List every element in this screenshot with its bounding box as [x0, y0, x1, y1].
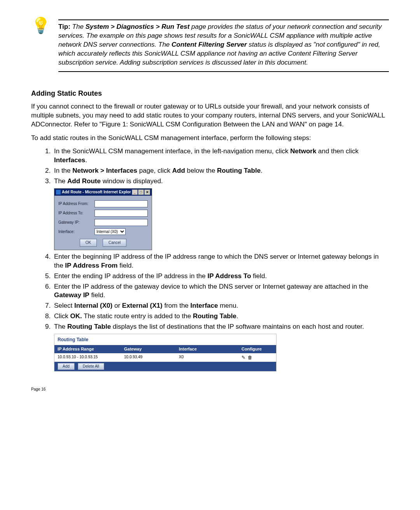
routing-table-footer: Add Delete All [54, 362, 276, 371]
step-9: The Routing Table displays the list of d… [52, 322, 389, 372]
maximize-button[interactable]: □ [138, 189, 144, 195]
step-5: Enter the ending IP address of the IP ad… [52, 272, 389, 281]
dialog-title-text: Add Route - Microsoft Internet Explorer … [62, 189, 131, 195]
steps-list: In the SonicWALL CSM management interfac… [31, 147, 389, 371]
step-4: Enter the beginning IP address of the IP… [52, 252, 389, 270]
gateway-ip-input[interactable] [94, 219, 148, 226]
header-gateway: Gateway [121, 345, 176, 353]
routing-table-title: Routing Table [54, 334, 276, 345]
ip-to-input[interactable] [94, 210, 148, 217]
cell-ip-range: 10.0.93.10 - 10.0.93.15 [54, 353, 121, 362]
interface-select[interactable]: Internal (X0) [94, 228, 126, 235]
tip-divider-bottom [58, 71, 389, 72]
dialog-title-bar: Add Route - Microsoft Internet Explorer … [54, 189, 152, 196]
page-number: Page 16 [31, 387, 389, 391]
close-button[interactable]: ✕ [144, 189, 150, 195]
intro-paragraph: If you cannot connect to the firewall or… [31, 102, 389, 129]
ie-icon [56, 190, 61, 195]
tip-label: Tip: [58, 23, 70, 30]
step-6: Enter the IP address of the gateway devi… [52, 282, 389, 300]
minimize-button[interactable]: _ [132, 189, 138, 195]
delete-all-button[interactable]: Delete All [78, 363, 104, 370]
tip-text: Tip: The System > Diagnostics > Run Test… [58, 23, 389, 67]
table-row: 10.0.93.10 - 10.0.93.15 10.0.93.49 X0 ✎ … [54, 353, 276, 362]
ip-from-label: IP Address From: [58, 201, 91, 207]
add-route-dialog: Add Route - Microsoft Internet Explorer … [54, 188, 152, 250]
lightbulb-icon: 💡 [31, 18, 51, 33]
delete-icon[interactable]: 🗑 [248, 354, 252, 361]
tip-block: 💡 Tip: The System > Diagnostics > Run Te… [31, 19, 389, 82]
tip-divider-top: Tip: The System > Diagnostics > Run Test… [58, 19, 389, 72]
header-interface: Interface [176, 345, 238, 353]
step-8: Click OK. The static route entry is adde… [52, 312, 389, 321]
routing-table: Routing Table IP Address Range Gateway I… [54, 334, 276, 372]
add-button[interactable]: Add [58, 363, 75, 370]
section-heading: Adding Static Routes [31, 89, 389, 98]
ok-button[interactable]: OK [80, 239, 97, 247]
interface-label: Interface: [58, 229, 91, 235]
cell-gateway: 10.0.93.49 [121, 353, 176, 362]
edit-icon[interactable]: ✎ [242, 354, 245, 361]
step-7: Select Internal (X0) or External (X1) fr… [52, 301, 389, 310]
header-ip-range: IP Address Range [54, 345, 121, 353]
routing-table-header: IP Address Range Gateway Interface Confi… [54, 345, 276, 353]
step-2: In the Network > Interfaces page, click … [52, 166, 389, 175]
step-3: The Add Route window is displayed. Add R… [52, 177, 389, 250]
cancel-button[interactable]: Cancel [103, 239, 126, 247]
lead-paragraph: To add static routes in the SonicWALL CS… [31, 134, 389, 143]
header-configure: Configure [238, 345, 276, 353]
cell-interface: X0 [176, 353, 238, 362]
gateway-ip-label: Gateway IP: [58, 220, 91, 225]
ip-to-label: IP Address To: [58, 210, 91, 216]
step-1: In the SonicWALL CSM management interfac… [52, 147, 389, 165]
ip-from-input[interactable] [94, 200, 148, 207]
